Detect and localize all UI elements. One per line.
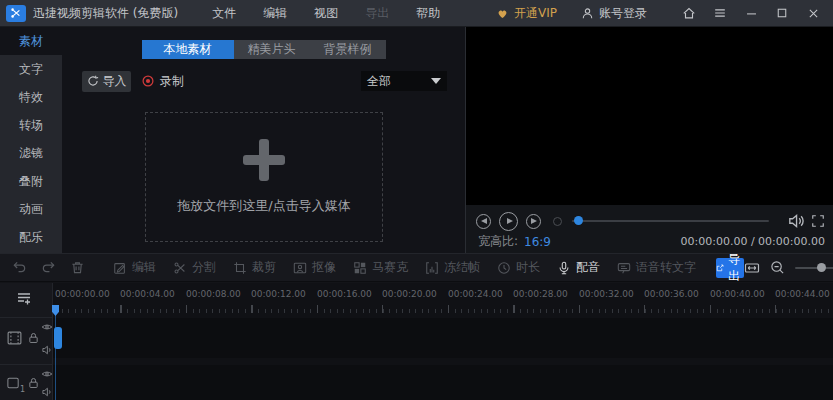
aspect-ratio-value[interactable]: 16:9 — [524, 235, 551, 249]
ruler-label: 00:00:00.00 — [55, 289, 110, 299]
redo-button[interactable] — [41, 260, 56, 275]
menu-file[interactable]: 文件 — [212, 5, 236, 22]
lock-icon[interactable] — [27, 376, 40, 389]
zoom-out-icon — [770, 260, 785, 275]
lock-icon[interactable] — [27, 332, 40, 345]
aspect-ratio-label: 宽高比: — [478, 233, 518, 250]
speech-to-text-icon — [617, 261, 631, 275]
mosaic-icon — [353, 261, 367, 275]
ruler-label: 00:00:40.00 — [710, 289, 765, 299]
home-button[interactable] — [681, 5, 697, 21]
vip-label: 开通VIP — [514, 5, 557, 22]
tab-background-samples[interactable]: 背景样例 — [310, 40, 386, 59]
tab-intro-templates[interactable]: 精美片头 — [234, 40, 310, 59]
seek-bar[interactable] — [572, 220, 769, 222]
eye-icon[interactable] — [41, 321, 53, 333]
sidebar-item-animation[interactable]: 动画 — [0, 195, 62, 223]
transport-controls — [476, 209, 825, 233]
app-window: 迅捷视频剪辑软件 (免费版) 文件 编辑 视图 导出 帮助 开通VIP — [0, 0, 833, 400]
ruler-label: 00:00:20.00 — [382, 289, 437, 299]
minimize-button[interactable] — [743, 5, 759, 21]
ruler-label: 00:00:24.00 — [448, 289, 503, 299]
media-panel: 本地素材 精美片头 背景样例 导入 录制 — [62, 27, 466, 253]
app-logo-icon — [6, 5, 26, 22]
close-button[interactable] — [805, 5, 821, 21]
media-dropzone[interactable]: 拖放文件到这里/点击导入媒体 — [145, 112, 383, 242]
sidebar-item-text[interactable]: 文字 — [0, 55, 62, 83]
playhead[interactable] — [55, 305, 56, 400]
media-filter-dropdown[interactable]: 全部 — [361, 71, 447, 91]
tool-crop[interactable]: 裁剪 — [233, 259, 276, 276]
tool-split[interactable]: 分割 — [173, 259, 216, 276]
main-menu-button[interactable] — [712, 5, 728, 21]
speaker-icon[interactable] — [41, 386, 53, 398]
menu-view[interactable]: 视图 — [314, 5, 338, 22]
tab-local-media[interactable]: 本地素材 — [142, 40, 234, 59]
record-icon — [141, 74, 155, 88]
fullscreen-button[interactable] — [811, 214, 825, 228]
sidebar-item-media[interactable]: 素材 — [0, 27, 62, 55]
tool-voiceover[interactable]: 配音 — [557, 259, 600, 276]
sidebar-item-effects[interactable]: 特效 — [0, 83, 62, 111]
menu-edit[interactable]: 编辑 — [263, 5, 287, 22]
titlebar-right: 开通VIP 账号登录 — [496, 5, 833, 22]
sidebar-item-music[interactable]: 配乐 — [0, 223, 62, 251]
play-button[interactable] — [499, 212, 518, 231]
stop-button[interactable] — [553, 217, 562, 226]
tool-keying[interactable]: 抠像 — [293, 259, 336, 276]
media-tabs: 本地素材 精美片头 背景样例 — [62, 40, 465, 59]
eye-icon[interactable] — [41, 368, 53, 380]
tool-mosaic[interactable]: 马赛克 — [353, 259, 408, 276]
export-icon — [716, 262, 724, 274]
pip-track-badge: 1 — [20, 385, 25, 394]
close-icon — [807, 7, 820, 20]
pip-track-icon — [6, 375, 21, 390]
sidebar-item-filters[interactable]: 滤镜 — [0, 139, 62, 167]
vip-button[interactable]: 开通VIP — [496, 5, 557, 22]
volume-button[interactable] — [787, 212, 805, 230]
sidebar-item-overlays[interactable]: 叠附 — [0, 167, 62, 195]
media-actions: 导入 录制 全部 — [82, 70, 447, 92]
titlebar: 迅捷视频剪辑软件 (免费版) 文件 编辑 视图 导出 帮助 开通VIP — [0, 0, 833, 27]
chevron-down-icon — [431, 78, 441, 84]
timeline-ruler[interactable]: 00:00:00.00 00:00:04.00 00:00:08.00 00:0… — [53, 283, 833, 317]
record-button[interactable]: 录制 — [141, 73, 184, 90]
menu-help[interactable]: 帮助 — [416, 5, 440, 22]
fit-timeline-button[interactable] — [744, 260, 760, 276]
ruler-label: 00:00:28.00 — [513, 289, 568, 299]
vip-heart-icon — [496, 7, 509, 20]
menu-bar: 文件 编辑 视图 导出 帮助 — [212, 5, 440, 22]
seek-thumb[interactable] — [574, 216, 583, 225]
menu-export[interactable]: 导出 — [365, 5, 389, 22]
sidebar-item-transitions[interactable]: 转场 — [0, 111, 62, 139]
account-login-button[interactable]: 账号登录 — [581, 5, 647, 22]
add-track-button[interactable] — [16, 290, 32, 306]
ruler-label: 00:00:12.00 — [251, 289, 306, 299]
tool-duration[interactable]: 时长 — [497, 259, 540, 276]
freeze-frame-icon — [425, 261, 439, 275]
tool-edit[interactable]: 编辑 — [113, 259, 156, 276]
volume-icon — [787, 212, 805, 230]
video-track-row[interactable] — [53, 318, 833, 358]
previous-frame-button[interactable] — [476, 214, 491, 229]
keying-icon — [293, 261, 307, 275]
zoom-slider-thumb[interactable] — [817, 263, 826, 272]
zoom-out-button[interactable] — [770, 260, 785, 275]
maximize-icon — [776, 7, 788, 19]
import-button[interactable]: 导入 — [82, 71, 131, 92]
next-frame-button[interactable] — [526, 214, 541, 229]
tool-speech-to-text[interactable]: 语音转文字 — [617, 259, 696, 276]
ruler-label: 00:00:36.00 — [644, 289, 699, 299]
crop-icon — [233, 261, 247, 275]
speaker-icon[interactable] — [41, 344, 53, 356]
maximize-button[interactable] — [774, 5, 790, 21]
timeline-zoom-slider[interactable] — [795, 267, 833, 269]
export-button[interactable]: 导出 — [716, 258, 744, 278]
preview-panel: 宽高比: 16:9 00:00:00.00 / 00:00:00.00 — [466, 27, 833, 253]
undo-button[interactable] — [12, 260, 27, 275]
delete-button[interactable] — [70, 260, 85, 275]
plus-icon — [243, 139, 285, 181]
tool-freeze-frame[interactable]: 冻结帧 — [425, 259, 480, 276]
microphone-icon — [557, 261, 571, 275]
overlay-track-row[interactable] — [53, 365, 833, 400]
